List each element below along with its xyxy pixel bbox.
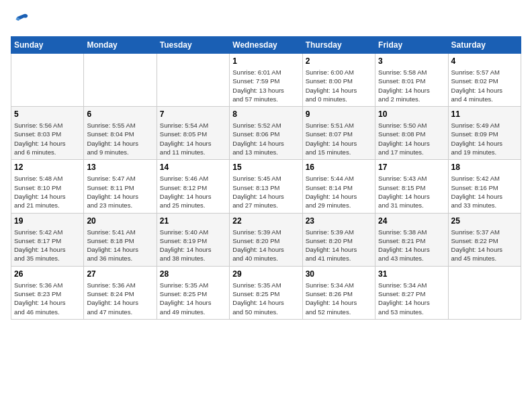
calendar-cell: 1Sunrise: 6:01 AMSunset: 7:59 PMDaylight… <box>230 54 302 107</box>
calendar-cell: 28Sunrise: 5:35 AMSunset: 8:25 PMDayligh… <box>157 266 229 319</box>
calendar-cell: 23Sunrise: 5:39 AMSunset: 8:20 PMDayligh… <box>302 213 375 266</box>
day-number: 6 <box>87 109 153 119</box>
calendar-cell: 19Sunrise: 5:42 AMSunset: 8:17 PMDayligh… <box>11 213 84 266</box>
calendar-cell <box>448 266 521 319</box>
calendar-cell: 17Sunrise: 5:43 AMSunset: 8:15 PMDayligh… <box>375 160 448 213</box>
day-number: 25 <box>451 216 518 226</box>
day-number: 31 <box>378 269 445 279</box>
calendar-cell: 18Sunrise: 5:42 AMSunset: 8:16 PMDayligh… <box>448 160 521 213</box>
day-number: 11 <box>451 109 518 119</box>
day-number: 29 <box>232 269 299 279</box>
calendar-cell: 29Sunrise: 5:35 AMSunset: 8:25 PMDayligh… <box>230 266 302 319</box>
calendar-cell: 16Sunrise: 5:44 AMSunset: 8:14 PMDayligh… <box>302 160 375 213</box>
day-info: Sunrise: 5:38 AMSunset: 8:21 PMDaylight:… <box>378 228 445 263</box>
calendar-cell: 21Sunrise: 5:40 AMSunset: 8:19 PMDayligh… <box>157 213 229 266</box>
day-number: 19 <box>14 216 81 226</box>
calendar-cell <box>84 54 157 107</box>
calendar-cell: 6Sunrise: 5:55 AMSunset: 8:04 PMDaylight… <box>84 107 157 160</box>
calendar-cell: 5Sunrise: 5:56 AMSunset: 8:03 PMDaylight… <box>11 107 84 160</box>
day-info: Sunrise: 5:58 AMSunset: 8:01 PMDaylight:… <box>378 68 445 103</box>
day-number: 16 <box>306 163 372 172</box>
calendar-cell: 7Sunrise: 5:54 AMSunset: 8:05 PMDaylight… <box>157 107 229 160</box>
bird-icon <box>11 11 30 30</box>
day-number: 26 <box>14 269 81 279</box>
day-number: 3 <box>378 56 445 66</box>
calendar-cell: 20Sunrise: 5:41 AMSunset: 8:18 PMDayligh… <box>84 213 157 266</box>
weekday-header-friday: Friday <box>375 37 448 54</box>
day-info: Sunrise: 5:37 AMSunset: 8:22 PMDaylight:… <box>451 228 518 263</box>
day-info: Sunrise: 6:01 AMSunset: 7:59 PMDaylight:… <box>232 68 299 103</box>
day-number: 9 <box>306 109 372 119</box>
weekday-header-wednesday: Wednesday <box>230 37 302 54</box>
day-number: 27 <box>87 269 153 279</box>
calendar-cell: 13Sunrise: 5:47 AMSunset: 8:11 PMDayligh… <box>84 160 157 213</box>
day-number: 5 <box>14 109 81 119</box>
day-info: Sunrise: 5:42 AMSunset: 8:16 PMDaylight:… <box>451 174 518 210</box>
calendar-cell: 27Sunrise: 5:36 AMSunset: 8:24 PMDayligh… <box>84 266 157 319</box>
weekday-header-monday: Monday <box>84 37 157 54</box>
day-number: 28 <box>160 269 226 279</box>
calendar-cell: 14Sunrise: 5:46 AMSunset: 8:12 PMDayligh… <box>157 160 229 213</box>
day-number: 17 <box>378 163 445 172</box>
day-number: 14 <box>160 163 226 172</box>
day-number: 22 <box>232 216 299 226</box>
day-info: Sunrise: 5:57 AMSunset: 8:02 PMDaylight:… <box>451 68 518 103</box>
calendar-cell: 12Sunrise: 5:48 AMSunset: 8:10 PMDayligh… <box>11 160 84 213</box>
calendar-cell: 30Sunrise: 5:34 AMSunset: 8:26 PMDayligh… <box>302 266 375 319</box>
day-number: 1 <box>232 56 299 66</box>
weekday-header-saturday: Saturday <box>448 37 521 54</box>
day-info: Sunrise: 5:51 AMSunset: 8:07 PMDaylight:… <box>306 121 372 156</box>
calendar-cell: 22Sunrise: 5:39 AMSunset: 8:20 PMDayligh… <box>230 213 302 266</box>
day-number: 24 <box>378 216 445 226</box>
day-info: Sunrise: 5:35 AMSunset: 8:25 PMDaylight:… <box>160 281 226 316</box>
calendar-cell: 11Sunrise: 5:49 AMSunset: 8:09 PMDayligh… <box>448 107 521 160</box>
day-number: 13 <box>87 163 153 172</box>
day-info: Sunrise: 5:52 AMSunset: 8:06 PMDaylight:… <box>232 121 299 156</box>
day-info: Sunrise: 5:34 AMSunset: 8:27 PMDaylight:… <box>378 281 445 316</box>
day-info: Sunrise: 5:50 AMSunset: 8:08 PMDaylight:… <box>378 121 445 156</box>
day-number: 23 <box>306 216 372 226</box>
day-info: Sunrise: 5:54 AMSunset: 8:05 PMDaylight:… <box>160 121 226 156</box>
weekday-header-sunday: Sunday <box>11 37 84 54</box>
calendar-table: SundayMondayTuesdayWednesdayThursdayFrid… <box>11 36 521 320</box>
day-info: Sunrise: 5:39 AMSunset: 8:20 PMDaylight:… <box>232 228 299 263</box>
calendar-cell: 15Sunrise: 5:45 AMSunset: 8:13 PMDayligh… <box>230 160 302 213</box>
day-info: Sunrise: 5:49 AMSunset: 8:09 PMDaylight:… <box>451 121 518 156</box>
day-info: Sunrise: 6:00 AMSunset: 8:00 PMDaylight:… <box>306 68 372 103</box>
day-number: 21 <box>160 216 226 226</box>
day-info: Sunrise: 5:41 AMSunset: 8:18 PMDaylight:… <box>87 228 153 263</box>
day-info: Sunrise: 5:36 AMSunset: 8:23 PMDaylight:… <box>14 281 81 316</box>
weekday-header-thursday: Thursday <box>302 37 375 54</box>
day-number: 4 <box>451 56 518 66</box>
day-number: 12 <box>14 163 81 172</box>
weekday-header-tuesday: Tuesday <box>157 37 229 54</box>
day-info: Sunrise: 5:39 AMSunset: 8:20 PMDaylight:… <box>306 228 372 263</box>
day-info: Sunrise: 5:55 AMSunset: 8:04 PMDaylight:… <box>87 121 153 156</box>
day-info: Sunrise: 5:45 AMSunset: 8:13 PMDaylight:… <box>232 174 299 210</box>
calendar-cell: 8Sunrise: 5:52 AMSunset: 8:06 PMDaylight… <box>230 107 302 160</box>
logo <box>11 11 32 30</box>
day-info: Sunrise: 5:56 AMSunset: 8:03 PMDaylight:… <box>14 121 81 156</box>
day-number: 15 <box>232 163 299 172</box>
page-header <box>11 11 521 30</box>
day-number: 20 <box>87 216 153 226</box>
calendar-cell: 2Sunrise: 6:00 AMSunset: 8:00 PMDaylight… <box>302 54 375 107</box>
calendar-cell <box>11 54 84 107</box>
day-info: Sunrise: 5:46 AMSunset: 8:12 PMDaylight:… <box>160 174 226 210</box>
calendar-cell: 3Sunrise: 5:58 AMSunset: 8:01 PMDaylight… <box>375 54 448 107</box>
calendar-cell: 9Sunrise: 5:51 AMSunset: 8:07 PMDaylight… <box>302 107 375 160</box>
day-info: Sunrise: 5:42 AMSunset: 8:17 PMDaylight:… <box>14 228 81 263</box>
day-info: Sunrise: 5:40 AMSunset: 8:19 PMDaylight:… <box>160 228 226 263</box>
calendar-cell: 4Sunrise: 5:57 AMSunset: 8:02 PMDaylight… <box>448 54 521 107</box>
calendar-cell: 31Sunrise: 5:34 AMSunset: 8:27 PMDayligh… <box>375 266 448 319</box>
day-number: 2 <box>306 56 372 66</box>
day-number: 10 <box>378 109 445 119</box>
day-info: Sunrise: 5:44 AMSunset: 8:14 PMDaylight:… <box>306 174 372 210</box>
day-info: Sunrise: 5:36 AMSunset: 8:24 PMDaylight:… <box>87 281 153 316</box>
calendar-cell: 10Sunrise: 5:50 AMSunset: 8:08 PMDayligh… <box>375 107 448 160</box>
day-info: Sunrise: 5:34 AMSunset: 8:26 PMDaylight:… <box>306 281 372 316</box>
day-info: Sunrise: 5:35 AMSunset: 8:25 PMDaylight:… <box>232 281 299 316</box>
day-info: Sunrise: 5:48 AMSunset: 8:10 PMDaylight:… <box>14 174 81 210</box>
day-info: Sunrise: 5:47 AMSunset: 8:11 PMDaylight:… <box>87 174 153 210</box>
calendar-cell: 26Sunrise: 5:36 AMSunset: 8:23 PMDayligh… <box>11 266 84 319</box>
